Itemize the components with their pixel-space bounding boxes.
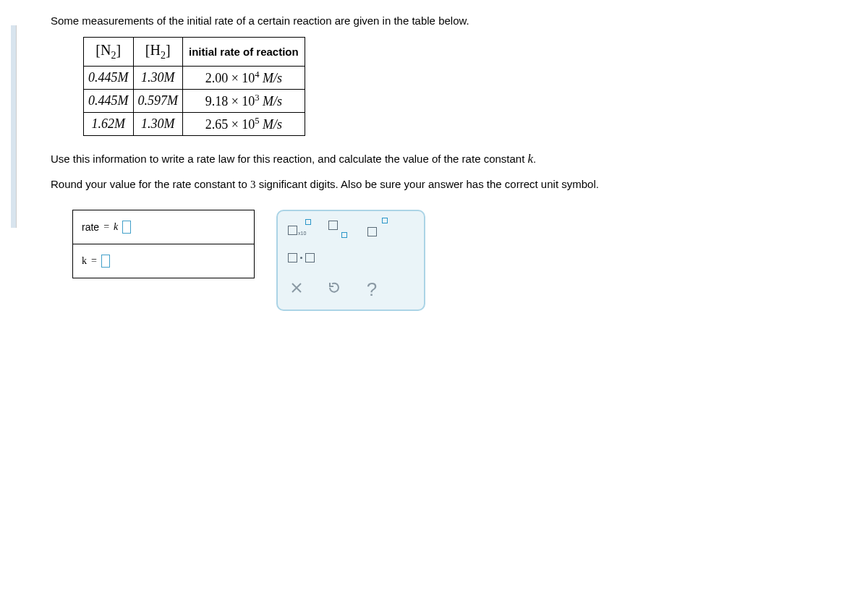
intro-text: Some measurements of the initial rate of… bbox=[51, 14, 825, 27]
text: Round your value for the rate constant t… bbox=[51, 178, 250, 190]
answer-area: rate = k k = x10 bbox=[72, 210, 825, 311]
h2-pre: [H bbox=[145, 42, 161, 58]
instruction-1: Use this information to write a rate law… bbox=[51, 152, 825, 166]
k-input[interactable] bbox=[101, 255, 110, 268]
unit: M bbox=[114, 116, 125, 131]
symbol-toolbox: x10 bbox=[276, 210, 425, 311]
toolbox-row-3: ? bbox=[288, 278, 414, 301]
k-value-row: k = bbox=[73, 244, 254, 278]
times: × 10 bbox=[228, 117, 255, 132]
rate-input[interactable] bbox=[122, 221, 131, 234]
cell-h2: 0.597M bbox=[133, 90, 183, 113]
val: 1.30 bbox=[141, 70, 164, 85]
rate-constant-k: k bbox=[528, 152, 534, 166]
unit: M bbox=[118, 70, 129, 85]
text: Use this information to write a rate law… bbox=[51, 153, 528, 165]
table-body: 0.445M 1.30M 2.00 × 104 M/s 0.445M 0.597… bbox=[84, 67, 305, 136]
unit: M/s bbox=[260, 117, 283, 132]
rate-label: rate bbox=[82, 221, 99, 233]
times: × 10 bbox=[228, 94, 255, 108]
reset-button[interactable] bbox=[326, 280, 343, 300]
val: 1.30 bbox=[141, 116, 164, 131]
x10-label: x10 bbox=[298, 231, 306, 236]
table-row: 0.445M 0.597M 9.18 × 103 M/s bbox=[84, 90, 305, 113]
toolbox-row-2 bbox=[288, 253, 414, 263]
box-icon bbox=[288, 253, 297, 263]
sci-notation-button[interactable]: x10 bbox=[288, 220, 308, 237]
unit: M/s bbox=[260, 71, 283, 85]
cell-rate: 9.18 × 103 M/s bbox=[183, 90, 305, 113]
box-icon bbox=[288, 226, 297, 235]
table-row: 0.445M 1.30M 2.00 × 104 M/s bbox=[84, 67, 305, 90]
box-icon bbox=[367, 227, 377, 236]
cell-h2: 1.30M bbox=[133, 113, 183, 136]
cell-rate: 2.00 × 104 M/s bbox=[183, 67, 305, 90]
cell-h2: 1.30M bbox=[133, 67, 183, 90]
n2-post: ] bbox=[116, 42, 121, 58]
text: . bbox=[533, 153, 536, 165]
box-icon bbox=[328, 221, 338, 230]
val: 0.445 bbox=[88, 93, 118, 108]
dot-icon bbox=[300, 257, 302, 259]
undo-icon bbox=[326, 280, 342, 296]
cell-n2: 0.445M bbox=[84, 90, 134, 113]
superscript-button[interactable] bbox=[367, 221, 386, 236]
rate-equation-row: rate = k bbox=[73, 210, 254, 244]
header-h2: [H2] bbox=[133, 38, 183, 67]
equals: = bbox=[103, 221, 109, 233]
text: significant digits. Also be sure your an… bbox=[256, 178, 599, 190]
equals: = bbox=[91, 255, 97, 267]
clear-button[interactable] bbox=[288, 281, 305, 299]
val: 0.597 bbox=[138, 93, 168, 108]
unit: M bbox=[164, 116, 175, 131]
box-icon bbox=[305, 253, 315, 263]
cell-n2: 1.62M bbox=[84, 113, 134, 136]
close-icon bbox=[289, 281, 304, 295]
k-label: k bbox=[82, 255, 87, 267]
coef: 9.18 bbox=[205, 94, 229, 108]
unit: M bbox=[164, 70, 175, 85]
unit: M/s bbox=[260, 94, 283, 108]
header-rate: initial rate of reaction bbox=[183, 38, 305, 67]
answer-box: rate = k k = bbox=[72, 210, 255, 278]
val: 1.62 bbox=[92, 116, 115, 131]
coef: 2.00 bbox=[205, 71, 229, 85]
times: × 10 bbox=[228, 71, 255, 85]
unit: M bbox=[167, 93, 178, 108]
sup-box-icon bbox=[382, 218, 388, 223]
instruction-2: Round your value for the rate constant t… bbox=[51, 178, 825, 191]
subscript-button[interactable] bbox=[328, 221, 347, 236]
cell-n2: 0.445M bbox=[84, 67, 134, 90]
h2-sub: 2 bbox=[161, 50, 166, 61]
page-left-border bbox=[11, 25, 17, 228]
k-symbol: k bbox=[114, 221, 118, 233]
val: 0.445 bbox=[88, 70, 118, 85]
header-n2: [N2] bbox=[84, 38, 134, 67]
coef: 2.65 bbox=[205, 117, 229, 132]
exp-box-icon bbox=[305, 219, 311, 225]
help-button[interactable]: ? bbox=[363, 278, 380, 301]
toolbox-row-1: x10 bbox=[288, 220, 414, 237]
h2-post: ] bbox=[166, 42, 171, 58]
n2-pre: [N bbox=[95, 42, 111, 58]
multiply-dot-button[interactable] bbox=[288, 253, 315, 263]
sigfigs: 3 bbox=[250, 179, 256, 190]
question-content: Some measurements of the initial rate of… bbox=[0, 0, 868, 325]
cell-rate: 2.65 × 105 M/s bbox=[183, 113, 305, 136]
table-row: 1.62M 1.30M 2.65 × 105 M/s bbox=[84, 113, 305, 136]
table-header-row: [N2] [H2] initial rate of reaction bbox=[84, 38, 305, 67]
unit: M bbox=[118, 93, 129, 108]
sub-box-icon bbox=[341, 232, 347, 238]
data-table: [N2] [H2] initial rate of reaction 0.445… bbox=[83, 37, 305, 136]
